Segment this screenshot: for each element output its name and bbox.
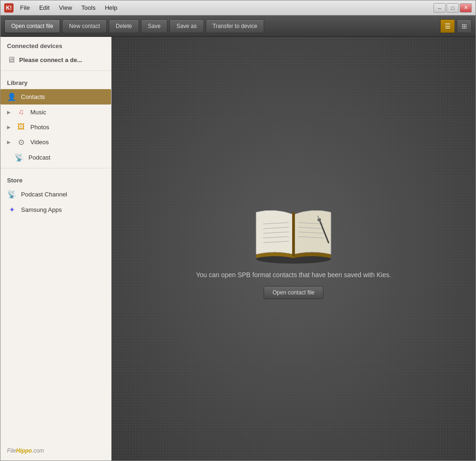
library-label: Library xyxy=(0,74,111,89)
sidebar-item-podcast[interactable]: 📡 Podcast xyxy=(0,150,111,165)
videos-icon: ⊙ xyxy=(16,138,26,147)
menu-edit[interactable]: Edit xyxy=(35,3,53,12)
save-as-button[interactable]: Save as xyxy=(169,19,203,33)
store-label: Store xyxy=(0,171,111,187)
new-contact-button[interactable]: New contact xyxy=(62,19,107,33)
photos-expand-icon: ▶ xyxy=(7,125,11,130)
photos-label: Photos xyxy=(30,124,49,131)
toolbar: Open contact file New contact Delete Sav… xyxy=(0,15,476,37)
videos-label: Videos xyxy=(30,139,49,146)
videos-expand-icon: ▶ xyxy=(7,140,11,145)
device-item: 🖥 Please connect a de... xyxy=(0,52,111,68)
sidebar-item-music[interactable]: ▶ ♫ Music xyxy=(0,105,111,119)
sidebar-item-photos[interactable]: ▶ 🖼 Photos xyxy=(0,119,111,134)
minimize-button[interactable]: – xyxy=(434,3,446,13)
menu-bar: File Edit View Tools Help xyxy=(16,3,434,12)
watermark-text: FileHippo.com xyxy=(7,447,44,454)
sidebar: Connected devices 🖥 Please connect a de.… xyxy=(0,37,112,461)
music-expand-icon: ▶ xyxy=(7,110,11,115)
divider-2 xyxy=(0,168,111,168)
menu-view[interactable]: View xyxy=(55,3,76,12)
info-text: You can open SPB format contacts that ha… xyxy=(196,271,391,279)
save-button[interactable]: Save xyxy=(141,19,168,33)
menu-file[interactable]: File xyxy=(16,3,34,12)
grid-view-toggle[interactable]: ⊞ xyxy=(457,19,472,33)
podcast-channel-label: Podcast Channel xyxy=(21,191,67,198)
podcast-icon: 📡 xyxy=(14,153,24,162)
divider-1 xyxy=(0,70,111,71)
contacts-label: Contacts xyxy=(21,93,45,100)
list-view-toggle[interactable]: ☰ xyxy=(440,19,455,33)
app-logo: K! xyxy=(4,3,14,13)
device-label: Please connect a de... xyxy=(19,56,82,63)
window-controls: – □ ✕ xyxy=(434,3,472,13)
title-bar: K! File Edit View Tools Help – □ ✕ xyxy=(0,0,476,15)
watermark: FileHippo.com xyxy=(0,444,111,461)
app-window: K! File Edit View Tools Help – □ ✕ Open … xyxy=(0,0,476,461)
close-button[interactable]: ✕ xyxy=(460,3,472,13)
podcast-label: Podcast xyxy=(28,154,50,161)
podcast-channel-icon: 📡 xyxy=(7,190,16,199)
contacts-icon: 👤 xyxy=(7,92,16,101)
device-icon: 🖥 xyxy=(7,55,15,65)
content-panel: You can open SPB format contacts that ha… xyxy=(112,37,476,461)
photos-icon: 🖼 xyxy=(16,123,26,131)
maximize-button[interactable]: □ xyxy=(447,3,459,13)
sidebar-item-videos[interactable]: ▶ ⊙ Videos xyxy=(0,134,111,150)
transfer-to-device-button[interactable]: Transfer to device xyxy=(206,19,265,33)
delete-button[interactable]: Delete xyxy=(109,19,139,33)
main-content: Connected devices 🖥 Please connect a de.… xyxy=(0,37,476,461)
center-content: You can open SPB format contacts that ha… xyxy=(196,198,391,299)
open-contact-file-button[interactable]: Open contact file xyxy=(4,19,60,33)
music-icon: ♫ xyxy=(16,108,26,116)
menu-help[interactable]: Help xyxy=(101,3,121,12)
sidebar-item-samsung-apps[interactable]: ✦ Samsung Apps xyxy=(0,202,111,217)
music-label: Music xyxy=(30,109,46,116)
book-illustration xyxy=(247,198,340,264)
sidebar-item-contacts[interactable]: 👤 Contacts xyxy=(0,89,111,105)
menu-tools[interactable]: Tools xyxy=(77,3,99,12)
open-contact-file-center-button[interactable]: Open contact file xyxy=(264,286,323,299)
samsung-apps-icon: ✦ xyxy=(7,205,16,214)
connected-devices-label: Connected devices xyxy=(0,37,111,52)
samsung-apps-label: Samsung Apps xyxy=(21,206,62,213)
sidebar-item-podcast-channel[interactable]: 📡 Podcast Channel xyxy=(0,187,111,202)
